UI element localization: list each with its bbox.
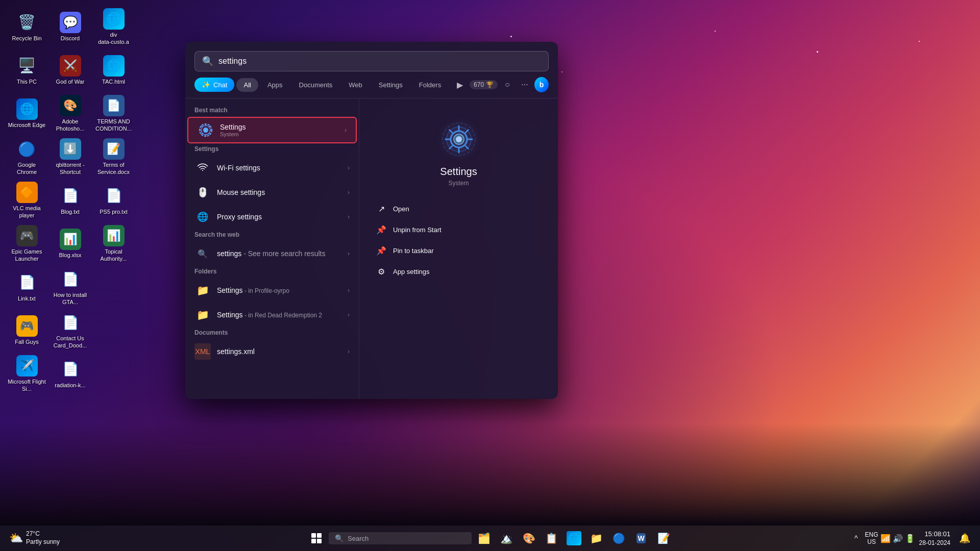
desktop-icon-discord[interactable]: 💬 Discord: [48, 5, 92, 48]
action-pin-taskbar[interactable]: 📌 Pin to taskbar: [370, 241, 548, 261]
icon-label-radiation: radiation-k...: [55, 382, 86, 389]
results-left-panel: Best match Settings System › Sett: [185, 98, 359, 399]
desktop-icon-ms-edge[interactable]: 🌐 Microsoft Edge: [5, 92, 48, 135]
desktop-icon-ps5-pro[interactable]: 📄 PS5 pro.txt: [92, 179, 135, 222]
tab-web[interactable]: Web: [341, 78, 370, 92]
battery-icon[interactable]: 🔋: [905, 534, 915, 543]
volume-icon[interactable]: 🔊: [893, 534, 903, 543]
section-settings-label: Settings: [185, 143, 359, 156]
wifi-settings-text: Wi-Fi settings: [217, 164, 341, 172]
taskbar-center: 🔍 Search 🗂️ 🏔️ 🎨 📋 🌐 📁 🔵 W 📝: [306, 528, 674, 548]
circle-icon-btn[interactable]: ○: [500, 77, 515, 93]
taskbar-app-chrome[interactable]: 🔵: [608, 528, 629, 548]
desktop-icon-blog-xlsx[interactable]: 📊 Blog.xlsx: [48, 222, 92, 265]
result-proxy-settings[interactable]: 🌐 Proxy settings ›: [185, 205, 359, 229]
best-match-settings[interactable]: Settings System ›: [187, 117, 357, 143]
icon-label-fall-guys: Fall Guys: [15, 339, 38, 345]
desktop-icon-tac[interactable]: 🌐 TAC.html: [92, 48, 135, 92]
tab-documents[interactable]: Documents: [292, 78, 340, 92]
folder-rdr2-text: Settings - in Red Dead Redemption 2: [217, 311, 341, 319]
icon-label-chrome: Google Chrome: [8, 162, 46, 175]
taskbar-app-sticky-notes[interactable]: 📝: [653, 528, 674, 548]
icon-label-this-pc: This PC: [17, 79, 37, 85]
result-settings-xml[interactable]: XML settings.xml ›: [185, 339, 359, 364]
tab-chat-label: Chat: [213, 81, 227, 89]
icon-label-contact-us: Contact Us Card_Dood...: [51, 335, 89, 348]
unpin-start-icon: 📌: [376, 225, 387, 235]
wifi-sys-icon[interactable]: 📶: [880, 534, 891, 543]
count-value: 670: [474, 81, 484, 88]
svg-point-0: [203, 128, 208, 133]
svg-rect-8: [311, 533, 316, 538]
tab-settings[interactable]: Settings: [372, 78, 410, 92]
taskbar-clock[interactable]: 15:08:01 28-01-2024: [919, 530, 950, 547]
desktop-icon-how-to[interactable]: 📄 How to install GTA...: [48, 265, 92, 309]
chevron-right-folder1: ›: [348, 287, 350, 294]
desktop-icon-terms[interactable]: 📄 TERMS AND CONDITION...: [92, 92, 135, 135]
more-options-button[interactable]: ···: [517, 77, 532, 93]
desktop-icon-radiation[interactable]: 📄 radiation-k...: [48, 352, 92, 395]
action-unpin-start[interactable]: 📌 Unpin from Start: [370, 220, 548, 240]
taskbar-app-explorer[interactable]: 🗂️: [474, 528, 494, 548]
best-match-subtitle: System: [220, 131, 338, 137]
taskbar-app-paint[interactable]: 🎨: [519, 528, 539, 548]
taskbar-search-placeholder: Search: [348, 535, 369, 542]
right-panel-title: Settings: [440, 166, 477, 178]
result-wifi-settings[interactable]: Wi-Fi settings ›: [185, 156, 359, 180]
results-right-panel: Settings System ↗ Open 📌 Unpin from Star…: [359, 98, 558, 399]
desktop-icon-photoshop[interactable]: 🎨 Adobe Photosho...: [48, 92, 92, 135]
action-app-settings[interactable]: ⚙ App settings: [370, 262, 548, 282]
taskbar-app-edge[interactable]: 🌐: [564, 528, 584, 548]
icon-label-photoshop: Adobe Photosho...: [51, 118, 89, 132]
taskbar-app-photos[interactable]: 🏔️: [496, 528, 517, 548]
mouse-settings-text: Mouse settings: [217, 188, 341, 196]
bing-icon[interactable]: b: [534, 77, 549, 92]
tab-apps[interactable]: Apps: [260, 78, 290, 92]
result-folder-rdr2[interactable]: 📁 Settings - in Red Dead Redemption 2 ›: [185, 303, 359, 327]
svg-rect-9: [317, 533, 322, 538]
desktop-icon-topical[interactable]: 📊 Topical Authority...: [92, 222, 135, 265]
desktop-icon-chrome[interactable]: 🔵 Google Chrome: [5, 135, 48, 179]
search-input[interactable]: settings: [218, 57, 541, 66]
result-mouse-settings[interactable]: 🖱️ Mouse settings ›: [185, 180, 359, 205]
result-folder-profile[interactable]: 📁 Settings - in Profile-oyrpo ›: [185, 278, 359, 303]
desktop-icon-link-txt[interactable]: 📄 Link.txt: [5, 265, 48, 309]
action-open[interactable]: ↗ Open: [370, 199, 548, 219]
tab-all[interactable]: All: [236, 78, 258, 92]
taskbar-app-unknown1[interactable]: 📋: [541, 528, 561, 548]
desktop-icon-fall-guys[interactable]: 🎮 Fall Guys: [5, 309, 48, 352]
trophy-icon: 🏆: [486, 81, 494, 88]
xml-file-text: settings.xml: [217, 347, 341, 356]
desktop-icon-recycle-bin[interactable]: 🗑️ Recycle Bin: [5, 5, 48, 48]
tab-folders[interactable]: Folders: [412, 78, 448, 92]
taskbar-search-bar[interactable]: 🔍 Search: [329, 532, 472, 544]
pin-taskbar-icon: 📌: [376, 246, 387, 256]
notification-area[interactable]: ^: [851, 534, 861, 542]
taskbar-app-files[interactable]: 📁: [586, 528, 606, 548]
count-badge: 670 🏆: [470, 80, 498, 89]
language-badge: ENGUS: [865, 531, 878, 546]
desktop-icon-epic[interactable]: 🎮 Epic Games Launcher: [5, 222, 48, 265]
desktop-icon-god-of-war[interactable]: ⚔️ God of War: [48, 48, 92, 92]
desktop-icon-vlc[interactable]: 🔶 VLC media player: [5, 179, 48, 222]
desktop-icon-blog-txt[interactable]: 📄 Blog.txt: [48, 179, 92, 222]
play-button[interactable]: ▶: [452, 77, 468, 93]
start-button[interactable]: [306, 528, 327, 548]
icon-label-epic: Epic Games Launcher: [8, 248, 46, 262]
clock-time: 15:08:01: [919, 530, 950, 539]
desktop-icon-ms-flight[interactable]: ✈️ Microsoft Flight Si...: [5, 352, 48, 395]
result-web-search[interactable]: 🔍 settings - See more search results ›: [185, 241, 359, 266]
chat-icon: ✨: [202, 81, 210, 89]
star: [715, 31, 716, 32]
icon-label-ms-edge: Microsoft Edge: [8, 122, 45, 129]
taskbar-app-word[interactable]: W: [631, 528, 651, 548]
desktop-icon-this-pc[interactable]: 🖥️ This PC: [5, 48, 48, 92]
desktop-icon-contact-us[interactable]: 📄 Contact Us Card_Dood...: [48, 309, 92, 352]
desktop-icon-qbittorrent[interactable]: ⬇️ qbittorrent - Shortcut: [48, 135, 92, 179]
notification-bell[interactable]: 🔔: [954, 528, 975, 548]
desktop-icon-terms-of-service[interactable]: 📝 Terms of Service.docx: [92, 135, 135, 179]
desktop-icon-edge-div[interactable]: 🌐 divdata-custo.a: [92, 5, 135, 48]
tab-chat[interactable]: ✨ Chat: [194, 78, 234, 92]
weather-widget[interactable]: ⛅ 27°C Partly sunny: [5, 530, 64, 546]
folder-rdr2-title: Settings - in Red Dead Redemption 2: [217, 311, 341, 319]
